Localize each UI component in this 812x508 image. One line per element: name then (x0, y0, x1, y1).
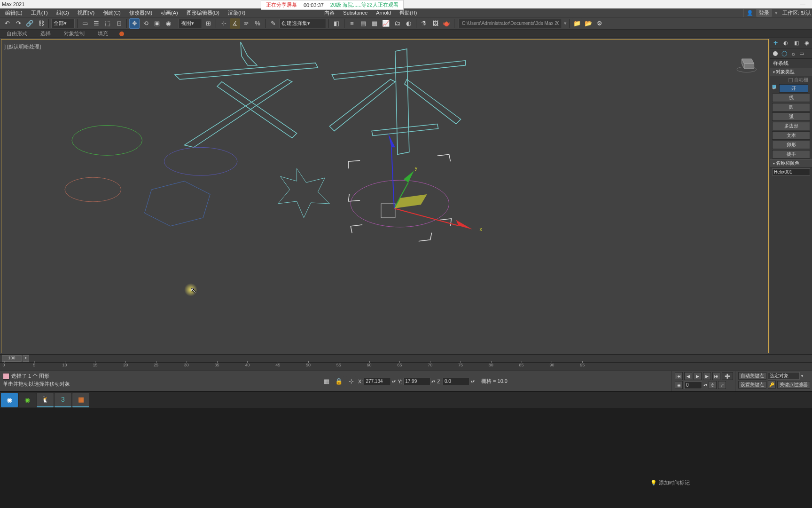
workspace-label[interactable]: 工作区: 默认 (782, 9, 811, 16)
time-slider[interactable]: 100 ▸ (0, 355, 812, 362)
menu-tools[interactable]: 工具(T) (27, 9, 52, 16)
menu-graph-editors[interactable]: 图形编辑器(D) (182, 9, 224, 16)
select-place-button[interactable]: ◉ (163, 18, 173, 29)
prev-frame-button[interactable]: ◀ (684, 372, 692, 380)
undo-button[interactable]: ↶ (2, 18, 12, 29)
pivot-button[interactable]: ⊞ (203, 18, 213, 29)
viewcube[interactable] (734, 50, 759, 74)
taskbar-browser[interactable]: ◉ (1, 393, 18, 407)
menu-group[interactable]: 组(G) (52, 9, 73, 16)
menu-create[interactable]: 创建(C) (99, 9, 125, 16)
time-slider-knob[interactable]: 100 (2, 355, 22, 362)
abs-transform-button[interactable]: ⊹ (346, 376, 356, 387)
line-button[interactable]: 线 (772, 94, 810, 102)
key-target-dropdown[interactable]: 选定对象 (768, 372, 800, 380)
set-project-button[interactable]: 📂 (583, 18, 593, 29)
hierarchy-tab-icon[interactable]: ◧ (793, 40, 800, 47)
preferences-button[interactable]: ⚙ (594, 18, 605, 29)
object-type-rollout[interactable]: 对象类型 (770, 68, 812, 76)
minimize-button[interactable]: — (796, 1, 810, 7)
toggle-ribbon-button[interactable]: ▦ (369, 18, 380, 29)
ribbon-toggle-icon[interactable] (119, 32, 124, 36)
rectangle-select-button[interactable]: ⬚ (102, 18, 113, 29)
goto-end-button[interactable]: ⏭ (712, 372, 720, 380)
create-tab-icon[interactable]: ✚ (772, 40, 779, 47)
time-ruler[interactable]: 05101520253035404550556065707580859095 (0, 362, 812, 371)
isolate-button[interactable]: ▦ (321, 376, 332, 387)
time-config-button[interactable]: ⏱ (709, 381, 717, 389)
key-filters-icon[interactable]: 🔑 (768, 381, 776, 389)
motion-tab-icon[interactable]: ◉ (803, 40, 811, 47)
egg-button[interactable]: 卵形 (772, 141, 810, 149)
render-button[interactable]: 🫖 (441, 18, 452, 29)
select-rotate-button[interactable]: ⟲ (141, 18, 151, 29)
ribbon-tab-object-paint[interactable]: 对象绘制 (57, 30, 91, 38)
start-shape-button[interactable]: 开 (779, 84, 808, 93)
y-input[interactable] (403, 378, 430, 385)
spinner-snap-button[interactable]: % (252, 18, 263, 29)
menu-views[interactable]: 视图(V) (73, 9, 99, 16)
viewport-label[interactable]: ] [默认明暗处理] (4, 43, 41, 50)
lights-cat-icon[interactable]: ☼ (791, 51, 796, 56)
unlink-button[interactable]: ⛓ (36, 18, 46, 29)
shapes-cat-icon[interactable]: ◯ (781, 50, 787, 56)
status-color-swatch[interactable] (3, 373, 9, 380)
ribbon-tab-populate[interactable]: 填充 (91, 30, 115, 38)
angle-snap-button[interactable]: ∡ (230, 18, 240, 29)
reference-coord-dropdown[interactable]: 视图 ▾ (179, 19, 202, 28)
x-input[interactable] (364, 378, 391, 385)
name-color-rollout[interactable]: 名称和颜色 (770, 159, 812, 167)
select-object-button[interactable]: ▭ (80, 18, 90, 29)
menu-animation[interactable]: 动画(A) (156, 9, 182, 16)
open-explorer-button[interactable]: 📁 (572, 18, 582, 29)
frame-input[interactable] (684, 381, 702, 389)
menu-rendering[interactable]: 渲染(R) (224, 9, 250, 16)
set-key-button[interactable]: 设置关键点 (738, 381, 766, 389)
play-button[interactable]: ▶ (694, 372, 702, 380)
project-path-input[interactable] (459, 19, 562, 28)
menu-help[interactable]: 帮助(H) (395, 9, 421, 16)
edit-named-selection-button[interactable]: ✎ (268, 18, 278, 29)
selection-filter-dropdown[interactable]: 全部 ▾ (51, 19, 75, 28)
modify-tab-icon[interactable]: ◐ (782, 40, 789, 47)
autogrid-checkbox[interactable]: 自动栅 (770, 76, 812, 84)
select-scale-button[interactable]: ▣ (152, 18, 162, 29)
rendered-frame-button[interactable]: 🖼 (430, 18, 440, 29)
taskbar-qq[interactable]: 🐧 (37, 393, 54, 407)
select-by-name-button[interactable]: ☰ (91, 18, 102, 29)
align-button[interactable]: ≡ (347, 18, 357, 29)
window-crossing-button[interactable]: ⊡ (114, 18, 124, 29)
login-button[interactable]: 登录 (756, 9, 772, 17)
z-input[interactable] (443, 378, 470, 385)
geometry-cat-icon[interactable] (773, 51, 778, 56)
key-filters-button[interactable]: 关键点过滤器 (777, 381, 810, 389)
layers-button[interactable]: ▤ (358, 18, 368, 29)
redo-button[interactable]: ↷ (13, 18, 23, 29)
set-key-big-button[interactable]: ✚ (722, 372, 733, 380)
menu-substance[interactable]: Substance (339, 10, 372, 16)
cameras-cat-icon[interactable]: ▭ (799, 50, 804, 56)
mirror-button[interactable]: ◧ (331, 18, 342, 29)
viewport[interactable]: ] [默认明暗处理] (1, 39, 769, 353)
auto-key-button[interactable]: 自动关键点 (738, 372, 766, 380)
menu-edit[interactable]: 编辑(E) (1, 9, 27, 16)
taskbar-3dsmax[interactable]: 3 (55, 393, 71, 407)
material-editor-button[interactable]: ◐ (403, 18, 414, 29)
viewport-area[interactable]: ] [默认明暗处理] (0, 38, 770, 354)
freehand-button[interactable]: 徒手 (772, 150, 810, 159)
goto-start-button[interactable]: ⏮ (675, 372, 683, 380)
schematic-view-button[interactable]: 🗂 (392, 18, 402, 29)
curve-editor-button[interactable]: 📈 (381, 18, 391, 29)
category-label[interactable]: 样条线 (770, 59, 812, 68)
ngon-button[interactable]: 多边形 (772, 122, 810, 130)
taskbar-ppt[interactable]: ▦ (72, 393, 89, 407)
select-move-button[interactable]: ✥ (129, 18, 140, 29)
snap-toggle-button[interactable]: ⊹ (219, 18, 229, 29)
taskbar-wechat[interactable]: ◉ (19, 393, 36, 407)
percent-snap-button[interactable]: S³ (241, 18, 251, 29)
named-selection-dropdown[interactable]: 创建选择集 ▾ (279, 19, 326, 28)
next-frame-button[interactable]: ▶ (703, 372, 711, 380)
object-name-input[interactable] (772, 168, 810, 175)
text-button[interactable]: 文本 (772, 131, 810, 140)
ribbon-tab-freeform[interactable]: 自由形式 (0, 30, 34, 38)
